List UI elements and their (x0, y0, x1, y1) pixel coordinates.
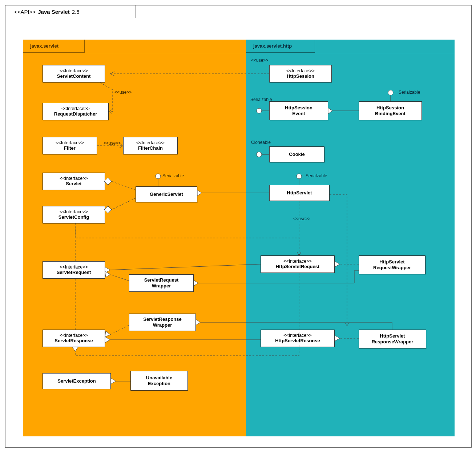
class-box-httpSessionBindingEvent: HttpSessionBindingEvent (359, 101, 422, 120)
class-box-httpServletRequest: <<Interface>>HttpServletRequest (261, 255, 335, 273)
diagram-root: <<API>> Java Servlet 2.5 javax.servlet j… (0, 0, 476, 452)
frame-title: Java Servlet (38, 9, 70, 15)
class-box-httpServletRequestWrapper: HttpServletRequestWrapper (359, 255, 425, 274)
class-box-cookie: Cookie (269, 146, 324, 162)
class-name: Servlet (66, 181, 81, 187)
class-box-servletContent: <<Interface>>ServletContent (43, 65, 105, 82)
class-box-requestDispatcher: <<Interface>>RequestDispatcher (43, 103, 109, 120)
class-box-httpServletResponseWrapper: HttpServletResponseWrapper (359, 330, 426, 348)
package-divider (23, 53, 246, 53)
class-name: ServletResponse (55, 338, 93, 344)
stereotype-label: <<Interface>> (283, 259, 312, 264)
frame-stereotype: <<API>> (14, 9, 36, 15)
frame-header: <<API>> Java Servlet 2.5 (5, 5, 136, 18)
class-name: HttpServletRequestWrapper (373, 259, 411, 271)
serializable-label: Serialzable (162, 173, 184, 178)
class-name: HttpServletResponseWrapper (372, 333, 414, 345)
stereotype-label: <<Interface>> (60, 333, 88, 338)
class-box-httpSession: <<Interface>>HttpSession (269, 65, 332, 82)
use-label: <<use>> (293, 216, 310, 221)
class-box-filterChain: <<Interface>>FilterChain (123, 137, 178, 154)
stereotype-label: <<Interface>> (61, 106, 90, 111)
stereotype-label: <<Interface>> (60, 68, 88, 73)
class-name: ServletRequest (57, 270, 91, 275)
class-box-servletConfig: <<Interface>>ServletConfig (43, 206, 105, 223)
class-name: HttpSessionEvent (285, 105, 312, 117)
class-box-servletResponse: <<Interface>>ServletResponse (43, 330, 105, 347)
class-name: FilterChain (138, 145, 163, 151)
class-name: ServletResponseWrapper (143, 316, 182, 328)
uml-frame: <<API>> Java Servlet 2.5 javax.servlet j… (5, 5, 472, 448)
class-name: HttpServlet (287, 190, 312, 196)
class-name: ServletContent (57, 73, 90, 79)
package-tab-http: javax.servlet.http (246, 40, 315, 53)
package-javax-servlet-http: javax.servlet.http (246, 40, 455, 436)
class-name: UnavailableException (146, 375, 172, 387)
class-box-httpSessionEvent: HttpSessionEvent (269, 101, 328, 120)
package-divider (246, 53, 455, 53)
class-name: HttpSessionBindingEvent (375, 105, 406, 117)
stereotype-label: <<Interface>> (60, 209, 88, 214)
stereotype-label: <<Interface>> (56, 140, 84, 145)
class-box-servlet: <<Interface>>Servlet (43, 173, 105, 190)
class-box-servletResponseWrapper: ServletResponseWrapper (129, 314, 196, 331)
serializable-label: Serialzable (250, 97, 272, 102)
frame-version: 2.5 (72, 9, 80, 15)
class-name: Cookie (289, 152, 304, 157)
class-name: RequestDispatcher (54, 111, 97, 117)
class-box-httpServletResponse: <<Interface>>HttpServletResonse (261, 330, 335, 347)
class-box-httpServlet: HttpServlet (269, 185, 330, 201)
stereotype-label: <<Interface>> (283, 333, 312, 338)
class-name: HttpServletRequest (276, 264, 320, 270)
stereotype-label: <<Interface>> (136, 140, 165, 145)
use-label: <<use>> (114, 90, 132, 95)
serializable-label: Serialzable (399, 90, 420, 95)
stereotype-label: <<Interface>> (60, 265, 88, 270)
package-tab-servlet: javax.servlet (23, 40, 85, 53)
stereotype-label: <<Interface>> (60, 176, 88, 181)
class-box-servletRequest: <<Interface>>ServletRequest (43, 261, 105, 279)
class-name: ServletRequestWrapper (144, 277, 179, 289)
use-label: <<use>> (104, 141, 121, 146)
class-name: ServletException (57, 378, 96, 384)
cloneable-label: Cloneable (251, 140, 271, 145)
class-box-servletRequestWrapper: ServletRequestWrapper (129, 274, 194, 292)
serializable-label: Serialzable (306, 173, 327, 178)
stereotype-label: <<Interface>> (286, 68, 315, 73)
class-box-servletException: ServletException (43, 373, 111, 389)
class-name: ServletConfig (59, 214, 89, 220)
class-box-genericServlet: GenericServlet (136, 186, 197, 202)
class-name: GenericServlet (150, 191, 183, 197)
class-box-filter: <<Interface>>Filter (43, 137, 97, 154)
class-name: Filter (64, 145, 76, 151)
class-name: HttpServletResonse (275, 338, 320, 344)
use-label: <<use>> (251, 58, 268, 63)
class-box-unavailableException: UnavailableException (130, 371, 188, 391)
class-name: HttpSession (287, 73, 314, 79)
